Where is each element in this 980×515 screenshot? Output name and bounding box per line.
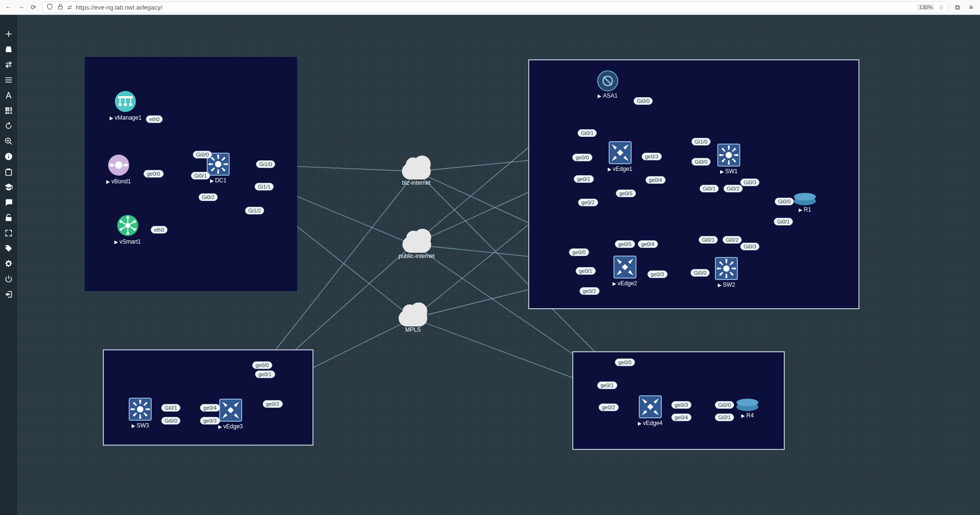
node-vedge2[interactable]: vEdge2 [612,256,637,287]
port-label[interactable]: ge0/2 [578,199,598,206]
port-label[interactable]: Gi0/3 [740,243,759,250]
cloud-biz[interactable]: biz-internet [402,163,431,186]
tool-swap[interactable] [4,60,13,69]
port-label[interactable]: ge0/4 [671,414,691,421]
port-label[interactable]: Gi0/1 [161,404,180,412]
port-label[interactable]: ge0/0 [572,154,592,161]
port-label[interactable]: Gi0/0 [691,158,711,166]
tool-list[interactable] [4,75,13,85]
port-label[interactable]: Gi0/1 [578,129,597,137]
cloud-pub[interactable]: public-internet [399,236,434,259]
port-label[interactable]: ge0/4 [200,404,220,412]
svg-point-85 [734,268,735,269]
port-label[interactable]: ge0/2 [599,403,619,411]
port-label[interactable]: Gi0/2 [723,236,742,244]
tool-zoom[interactable] [4,136,13,146]
port-label[interactable]: Gi1/2 [245,207,264,214]
port-label[interactable]: ge0/1 [574,175,594,183]
back-button[interactable]: ← [5,3,12,11]
port-label[interactable]: Gi0/1 [715,414,734,421]
port-label[interactable]: ge0/5 [616,190,636,197]
node-vsmart[interactable]: vSmart1 [114,215,141,245]
node-asa1[interactable]: ASA1 [597,70,618,99]
port-label[interactable]: ge0/0 [569,248,589,256]
tool-chat[interactable] [4,198,13,207]
port-label[interactable]: ge0/1 [255,370,275,378]
node-r1[interactable]: R1 [794,197,816,213]
tool-notes[interactable] [4,167,13,177]
port-label[interactable]: Gi0/1 [699,236,718,244]
port-label[interactable]: Gi0/0 [193,151,212,158]
svg-point-70 [728,162,730,164]
node-sw2[interactable]: SW2 [715,257,738,288]
node-icon [219,399,242,422]
tool-add[interactable] [4,29,13,39]
port-label[interactable]: ge0/4 [638,240,658,248]
port-label[interactable]: ge0/5 [615,240,635,248]
svg-marker-47 [617,149,623,156]
node-icon [129,398,152,421]
reload-button[interactable]: ⟳ [30,3,37,11]
svg-rect-2 [8,156,9,158]
port-label[interactable]: Gi0/2 [724,185,743,192]
port-label[interactable]: Gi1/0 [256,160,275,168]
port-label[interactable]: ge0/0 [252,361,272,369]
node-sw1[interactable]: SW1 [717,144,740,175]
port-label[interactable]: ge0/3 [647,270,668,278]
port-label[interactable]: Gi0/1 [191,172,210,179]
port-label[interactable]: Gi1/0 [691,138,711,146]
port-label[interactable]: Gi0/0 [634,97,653,105]
tool-power[interactable] [4,274,13,284]
tool-info[interactable] [4,152,13,161]
tool-grid[interactable] [4,106,13,115]
tool-fullscreen[interactable] [4,228,13,238]
node-r4[interactable]: R4 [736,403,758,419]
star-icon[interactable]: ☆ [938,4,944,11]
tool-storage[interactable] [4,45,13,54]
tool-text[interactable] [4,90,13,100]
forward-button[interactable]: → [17,3,25,11]
port-label[interactable]: ge0/2 [579,287,600,295]
pocket-icon[interactable]: ⧉ [953,3,962,11]
port-label[interactable]: Gi0/2 [199,193,218,201]
port-label[interactable]: Gi0/1 [774,218,793,225]
port-label[interactable]: Gi0/0 [690,269,710,277]
port-label[interactable]: Gi0/3 [740,179,759,186]
port-label[interactable]: Gi0/0 [775,198,794,205]
port-label[interactable]: ge0/3 [200,417,220,425]
node-vedge4[interactable]: vEdge4 [638,395,662,426]
tool-graduation[interactable] [4,182,13,192]
port-label[interactable]: ge0/1 [597,381,617,389]
port-label[interactable]: ge0/4 [646,176,666,184]
tool-lock[interactable] [4,213,13,223]
node-vbond[interactable]: vBond1 [106,155,131,185]
cloud-mpls[interactable]: MPLS [399,310,427,333]
hamburger-icon[interactable]: ≡ [967,3,975,11]
port-label[interactable]: ge0/3 [642,153,662,160]
tool-exit[interactable] [4,290,13,299]
zoom-indicator[interactable]: 130% [917,4,935,11]
port-label[interactable]: eth0 [146,115,163,123]
port-label[interactable]: ge0/2 [263,400,283,408]
port-label[interactable]: ge0/1 [576,267,596,275]
node-vedge1[interactable]: vEdge1 [608,141,632,172]
tool-settings[interactable] [4,259,13,269]
port-label[interactable]: Gi1/1 [255,183,274,190]
cloud-label: MPLS [399,326,427,333]
port-label[interactable]: ge0/3 [671,401,691,409]
port-label[interactable]: Gi0/0 [161,417,180,425]
node-label: DC1 [207,177,230,184]
port-label[interactable]: Gi0/0 [715,401,734,409]
tool-refresh[interactable] [4,121,13,131]
topology-canvas[interactable]: biz-internet public-internet MPLS vManag… [0,15,980,515]
node-vedge3[interactable]: vEdge3 [218,399,243,430]
node-vmanage[interactable]: vManage1 [110,91,142,121]
node-sw3[interactable]: SW3 [129,398,152,429]
tool-tag[interactable] [4,244,13,253]
port-label[interactable]: ge0/0 [144,170,164,178]
url-bar[interactable]: ⇄ https://eve-ng.lab.nwl.ai/legacy/ 130%… [42,1,948,13]
port-label[interactable]: ge0/0 [615,358,635,366]
node-label: vEdge2 [612,280,637,287]
port-label[interactable]: Gi0/1 [700,185,719,192]
port-label[interactable]: eth0 [151,226,167,234]
